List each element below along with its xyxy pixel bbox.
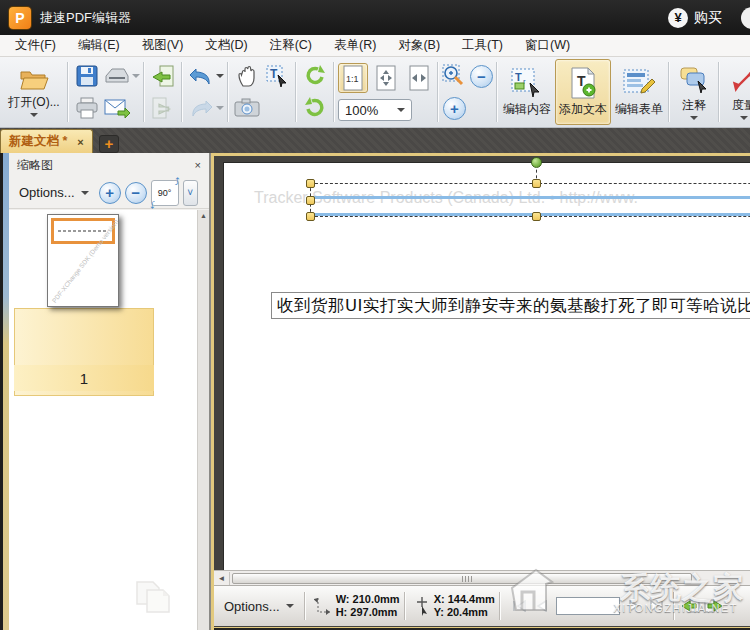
selected-textbox[interactable]	[310, 183, 750, 217]
handle-bottom-left[interactable]	[306, 212, 315, 221]
rotate-cw-button[interactable]	[300, 93, 330, 123]
zoom-out-button[interactable]: −	[470, 65, 493, 88]
thumb-zoom-in-button[interactable]: +	[99, 182, 121, 204]
zoom-in-button[interactable]: +	[443, 97, 466, 120]
fit-width-button[interactable]	[404, 63, 434, 93]
panel-options-button[interactable]: Options...	[13, 182, 95, 203]
handle-top-left[interactable]	[306, 179, 315, 188]
page-thumbnail[interactable]: PDF-XChange SDK (Demo version)	[47, 214, 119, 307]
redo-icon	[188, 98, 214, 118]
select-text-tool-button[interactable]: T	[262, 61, 292, 91]
new-tab-button[interactable]: +	[99, 135, 119, 153]
redo-button[interactable]	[186, 93, 216, 123]
prev-view-button[interactable]	[681, 597, 701, 615]
panel-close-icon[interactable]: ×	[195, 159, 201, 171]
ratio-text: 1:1	[346, 74, 359, 84]
actual-size-button[interactable]: 1:1	[338, 63, 368, 93]
annotate-caret-icon	[690, 116, 698, 120]
zoom-marquee-icon	[442, 64, 466, 88]
undo-caret-icon	[216, 74, 224, 78]
pages-ghost-icon	[131, 576, 175, 622]
canvas[interactable]: Tracker Software Products (Canada) Ltd. …	[214, 156, 750, 570]
camera-icon	[234, 98, 260, 118]
thumbnail-text-line	[58, 230, 108, 232]
buy-button[interactable]: ¥ 购买	[668, 0, 722, 35]
email-icon	[104, 98, 130, 118]
handle-bottom-center[interactable]	[532, 212, 541, 221]
page-height-value: H: 297.0mm	[336, 606, 400, 619]
thumb-zoom-out-button[interactable]: −	[125, 182, 147, 204]
annotate-button[interactable]: 注释	[671, 59, 717, 125]
export-button[interactable]	[148, 93, 178, 123]
horizontal-scrollbar[interactable]: ◄	[214, 570, 750, 585]
cursor-x-value: X: 144.4mm	[434, 593, 495, 606]
panel-more-button[interactable]: ˅	[183, 180, 198, 206]
menu-object[interactable]: 对象(B)	[387, 34, 451, 57]
title-bar: P 捷速PDF编辑器 ¥ 购买	[0, 0, 750, 35]
text-annotation-box[interactable]: 收到货那UI实打实大师到静安寺来的氨基酸打死了即可等哈说比	[271, 292, 750, 319]
rotation-handle[interactable]	[531, 157, 542, 168]
print-button[interactable]	[72, 93, 102, 123]
save-button[interactable]	[72, 61, 102, 91]
hand-tool-button[interactable]	[232, 61, 262, 91]
last-page-button[interactable]	[647, 597, 667, 615]
tab-bar: 新建文档 * × +	[0, 128, 750, 153]
panel-header: 缩略图 ×	[9, 153, 209, 177]
rotate-cw-icon	[303, 96, 327, 120]
next-view-button[interactable]	[703, 597, 723, 615]
scroll-left-button[interactable]: ◄	[214, 572, 230, 585]
clipped-titlebar-button[interactable]	[741, 7, 750, 29]
menu-window[interactable]: 窗口(W)	[514, 34, 581, 57]
rotate-ccw-icon	[303, 64, 327, 88]
snapshot-button[interactable]	[232, 93, 262, 123]
menu-file[interactable]: 文件(F)	[4, 34, 67, 57]
handle-top-center[interactable]	[532, 179, 541, 188]
zoom-level-select[interactable]: 100%	[338, 99, 412, 121]
scan-caret-icon	[132, 74, 140, 78]
textbox-top-border	[311, 196, 750, 199]
scan-button[interactable]	[102, 61, 132, 91]
next-page-button[interactable]	[625, 597, 645, 615]
menu-document[interactable]: 文档(D)	[194, 34, 258, 57]
handle-mid-left[interactable]	[306, 196, 315, 205]
add-text-icon: T	[568, 67, 598, 99]
open-folder-icon	[19, 68, 49, 92]
menu-edit[interactable]: 编辑(E)	[67, 34, 131, 57]
first-page-button[interactable]	[509, 597, 529, 615]
measure-caret-icon	[740, 116, 748, 120]
tab-close-icon[interactable]: ×	[77, 136, 83, 148]
status-options-caret-icon	[286, 604, 294, 608]
tab-new-document[interactable]: 新建文档 * ×	[0, 129, 93, 153]
panel-title: 缩略图	[17, 157, 53, 174]
zoom-level-value: 100%	[345, 103, 378, 118]
pdf-page[interactable]: Tracker Software Products (Canada) Ltd. …	[223, 162, 750, 570]
fit-page-button[interactable]	[371, 63, 401, 93]
thumbnail-number-bar[interactable]: 1	[14, 365, 154, 391]
status-options-button[interactable]: Options...	[218, 595, 300, 618]
open-button[interactable]: 打开(O)...	[2, 59, 66, 125]
page-number-field[interactable]	[556, 597, 620, 615]
yen-icon: ¥	[668, 8, 688, 28]
measure-button[interactable]: 度量	[721, 59, 750, 125]
edit-form-button[interactable]: 编辑表单	[611, 59, 667, 125]
email-button[interactable]	[102, 93, 132, 123]
rotate-ccw-button[interactable]	[300, 61, 330, 91]
plus-icon: +	[105, 184, 114, 201]
scrollbar-thumb[interactable]	[232, 573, 692, 584]
thumbnail-scrollbar[interactable]: ▲	[197, 210, 209, 630]
menu-tools[interactable]: 工具(T)	[451, 34, 514, 57]
open-caret-icon	[30, 113, 38, 117]
add-text-button[interactable]: T 添加文本	[555, 59, 611, 125]
menu-comment[interactable]: 注释(C)	[259, 34, 323, 57]
window-left-edge	[0, 153, 9, 630]
undo-button[interactable]	[186, 61, 216, 91]
edit-content-button[interactable]: Tr 编辑内容	[499, 59, 555, 125]
import-button[interactable]	[148, 61, 178, 91]
rotate-90-button[interactable]: 90° ⤴ ⤴	[151, 180, 179, 206]
prev-page-button[interactable]	[531, 597, 551, 615]
menu-form[interactable]: 表单(R)	[323, 34, 387, 57]
zoom-marquee-button[interactable]	[442, 64, 466, 88]
svg-text:T: T	[515, 71, 522, 83]
app-window: P 捷速PDF编辑器 ¥ 购买 文件(F) 编辑(E) 视图(V) 文档(D) …	[0, 0, 750, 630]
menu-view[interactable]: 视图(V)	[131, 34, 195, 57]
